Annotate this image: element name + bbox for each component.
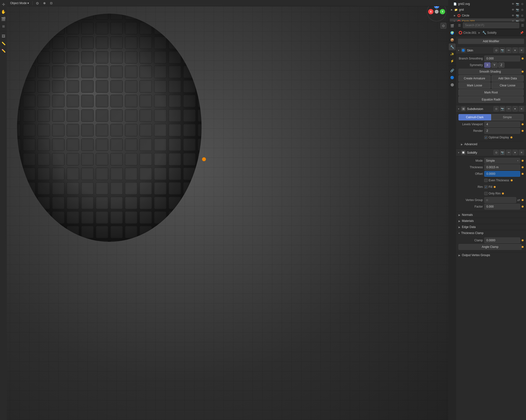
outliner-item-circle[interactable]: ▶ ⭕ Circle 👁 📷 ⊙ bbox=[450, 13, 525, 19]
viewport-xray-btn[interactable]: ⊡ bbox=[48, 0, 54, 6]
skin-collapse-btn[interactable]: ▾ bbox=[458, 49, 459, 52]
fill-checkbox[interactable] bbox=[484, 185, 488, 189]
smooth-shading-btn[interactable]: Smooth Shading bbox=[458, 69, 522, 75]
photo-tool[interactable]: 🖼 bbox=[0, 33, 7, 40]
tab-world[interactable]: 🌍 bbox=[449, 29, 455, 36]
render-value[interactable]: 2 bbox=[484, 128, 520, 134]
subdiv-collapse-btn[interactable]: ▾ bbox=[458, 108, 459, 110]
skin-realtime-btn[interactable]: ⊙ bbox=[494, 48, 499, 53]
subdiv-editmode-btn[interactable]: ✏ bbox=[506, 106, 511, 111]
grid-tool[interactable]: ⊞ bbox=[0, 23, 7, 30]
mark-loose-btn[interactable]: Mark Loose bbox=[458, 82, 491, 89]
panel-options-icon[interactable]: ☰ bbox=[521, 24, 524, 27]
subdiv-realtime-btn[interactable]: ⊙ bbox=[494, 106, 499, 111]
axis-y-btn[interactable]: Y bbox=[440, 9, 445, 14]
tab-data[interactable]: 🔵 bbox=[449, 74, 455, 81]
select-toggle[interactable]: ⊙ bbox=[520, 2, 524, 6]
output-vertex-groups-header[interactable]: ▶ Output Vertex Groups bbox=[456, 252, 526, 258]
optimal-display-checkbox-label[interactable]: Optimal Display bbox=[484, 136, 509, 139]
even-thickness-checkbox[interactable] bbox=[484, 179, 488, 182]
mark-root-btn[interactable]: Mark Root bbox=[458, 89, 524, 96]
solidify-modifier-header[interactable]: ▾ 🔲 Solidify ⊙ 📷 ✏ ▾ ✕ bbox=[456, 149, 526, 156]
vertex-group-input[interactable]: ⊞ bbox=[484, 197, 516, 203]
optimal-display-checkbox[interactable] bbox=[484, 136, 488, 139]
solidify-delete-btn[interactable]: ✕ bbox=[519, 150, 524, 155]
subdiv-dropdown-btn[interactable]: ▾ bbox=[512, 106, 518, 111]
tab-particles[interactable]: ✨ bbox=[449, 50, 455, 57]
angle-clamp-btn[interactable]: Angle Clamp bbox=[458, 244, 522, 250]
visibility-toggle[interactable]: 👁 bbox=[511, 14, 515, 18]
only-rim-checkbox-label[interactable]: Only Rim bbox=[484, 192, 500, 195]
catmull-clark-tab[interactable]: Catmull-Clark bbox=[458, 114, 491, 120]
subdivision-modifier-header[interactable]: ▾ ⊞ Subdivision ⊙ 📷 ✏ ▾ ✕ bbox=[456, 105, 526, 113]
solidify-collapse-btn[interactable]: ▾ bbox=[458, 151, 459, 154]
skin-modifier-header[interactable]: ▾ 🔵 Skin ⊙ 📷 ✏ ▾ ✕ bbox=[456, 47, 526, 54]
render-toggle[interactable]: 📷 bbox=[516, 8, 519, 12]
hand-tool[interactable]: ✋ bbox=[0, 8, 7, 15]
solidify-realtime-btn[interactable]: ⊙ bbox=[494, 150, 499, 155]
annotation-tool[interactable]: ✏️ bbox=[0, 47, 7, 54]
outliner-item-grid[interactable]: ▶ 📁 grid 👁 📷 ⊙ bbox=[450, 7, 525, 13]
sym-x-btn[interactable]: X bbox=[484, 62, 491, 68]
visibility-toggle[interactable]: 👁 bbox=[511, 8, 515, 12]
materials-header[interactable]: ▶ Materials bbox=[456, 218, 526, 224]
advanced-header[interactable]: ▶ Advanced bbox=[458, 141, 524, 147]
sym-y-btn[interactable]: Y bbox=[491, 62, 498, 68]
add-skin-data-btn[interactable]: Add Skin Data bbox=[492, 75, 524, 81]
expand-arrow[interactable]: ▶ bbox=[453, 14, 456, 17]
only-rim-checkbox[interactable] bbox=[484, 192, 488, 195]
normals-header[interactable]: ▶ Normals bbox=[456, 212, 526, 218]
measure-tool[interactable]: 📏 bbox=[0, 40, 7, 47]
viewport-overlay-btn[interactable]: ⊕ bbox=[41, 0, 48, 6]
skin-editmode-btn[interactable]: ✏ bbox=[506, 48, 511, 53]
select-toggle[interactable]: ⊙ bbox=[520, 8, 524, 12]
edge-data-header[interactable]: ▶ Edge Data bbox=[456, 224, 526, 230]
vertex-group-arrows[interactable]: ⇄ bbox=[517, 198, 520, 202]
expand-arrow[interactable]: ▶ bbox=[450, 8, 453, 11]
viewport-canvas[interactable]: Z X Y ⊙ bbox=[0, 0, 448, 420]
even-thickness-label[interactable]: Even Thickness bbox=[484, 179, 509, 182]
outliner-item-grid2svg[interactable]: 📄 grid2.svg 👁 📷 ⊙ bbox=[450, 1, 525, 7]
pin-btn[interactable]: 📌 bbox=[520, 31, 524, 34]
select-toggle[interactable]: ⊙ bbox=[520, 14, 524, 18]
solidify-render-btn[interactable]: 📷 bbox=[500, 150, 505, 155]
fill-checkbox-label[interactable]: Fill bbox=[484, 185, 492, 189]
tab-scene[interactable]: 🎬 bbox=[449, 22, 455, 29]
clamp-value[interactable]: 0.0000 bbox=[484, 237, 520, 243]
tab-modifier[interactable]: 🔧 bbox=[449, 43, 455, 50]
tab-constraints[interactable]: 🔗 bbox=[449, 67, 455, 74]
skin-render-btn[interactable]: 📷 bbox=[500, 48, 505, 53]
solidify-dropdown-btn[interactable]: ▾ bbox=[512, 150, 518, 155]
modifier-search-input[interactable] bbox=[463, 22, 519, 28]
thickness-clamp-header[interactable]: ▾ Thickness Clamp bbox=[456, 230, 526, 236]
solidify-editmode-btn[interactable]: ✏ bbox=[506, 150, 511, 155]
offset-value[interactable]: 0.0000 bbox=[484, 171, 520, 177]
subdiv-delete-btn[interactable]: ✕ bbox=[519, 106, 524, 111]
clear-loose-btn[interactable]: Clear Loose bbox=[492, 82, 524, 89]
camera-tool[interactable]: 🎬 bbox=[0, 16, 7, 22]
viewport-mode-btn[interactable]: Object Mode ▾ bbox=[8, 0, 31, 6]
thickness-value[interactable]: 0.0015 m bbox=[484, 164, 520, 170]
skin-dropdown-btn[interactable]: ▾ bbox=[512, 48, 518, 53]
levels-viewport-value[interactable]: 4 bbox=[484, 121, 520, 127]
axis-x-btn[interactable]: X bbox=[428, 9, 434, 14]
axis-center[interactable] bbox=[435, 10, 439, 14]
sym-z-btn[interactable]: Z bbox=[498, 62, 504, 68]
visibility-toggle[interactable]: 👁 bbox=[511, 2, 515, 6]
add-modifier-button[interactable]: Add Modifier bbox=[458, 39, 524, 44]
equalize-radii-btn[interactable]: Equalize Radii bbox=[458, 96, 524, 103]
viewport-shading-btn[interactable]: ⊙ bbox=[34, 0, 41, 6]
create-armature-btn[interactable]: Create Armature bbox=[458, 75, 491, 81]
render-toggle[interactable]: 📷 bbox=[516, 14, 519, 18]
cursor-tool[interactable]: ✛ bbox=[0, 1, 7, 8]
render-toggle[interactable]: 📷 bbox=[516, 2, 519, 6]
subdiv-render-btn[interactable]: 📷 bbox=[500, 106, 505, 111]
simple-tab[interactable]: Simple bbox=[491, 114, 524, 120]
factor-value[interactable]: 0.000 bbox=[484, 204, 520, 210]
branch-smoothing-value[interactable]: 0.000 bbox=[484, 56, 520, 61]
mode-select[interactable]: Simple ▾ bbox=[484, 158, 520, 164]
tab-material[interactable]: ⬤ bbox=[449, 81, 455, 88]
skin-delete-btn[interactable]: ✕ bbox=[519, 48, 524, 53]
tab-physics[interactable]: ⚡ bbox=[449, 58, 455, 64]
panel-dropdown-icon[interactable]: ☰ bbox=[458, 24, 461, 27]
